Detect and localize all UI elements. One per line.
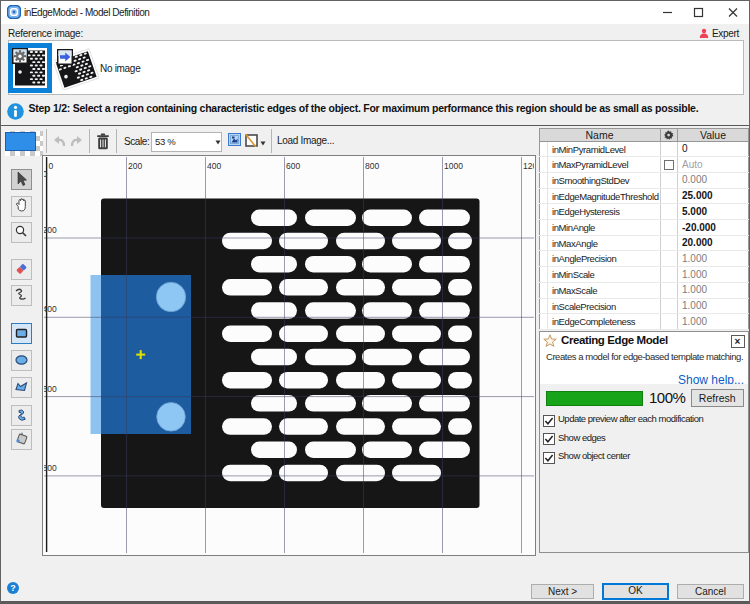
svg-text:1200: 1200 (523, 161, 534, 171)
svg-text:400: 400 (44, 304, 57, 314)
svg-text:400: 400 (207, 161, 221, 171)
svg-text:800: 800 (365, 161, 379, 171)
svg-text:?: ? (10, 583, 16, 593)
svg-text:800: 800 (44, 463, 57, 473)
svg-text:600: 600 (44, 384, 57, 394)
svg-text:1000: 1000 (444, 161, 463, 171)
svg-text:200: 200 (128, 161, 142, 171)
svg-text:200: 200 (44, 225, 57, 235)
svg-text:600: 600 (286, 161, 300, 171)
svg-text:0: 0 (44, 169, 48, 179)
svg-text:0: 0 (49, 161, 54, 171)
